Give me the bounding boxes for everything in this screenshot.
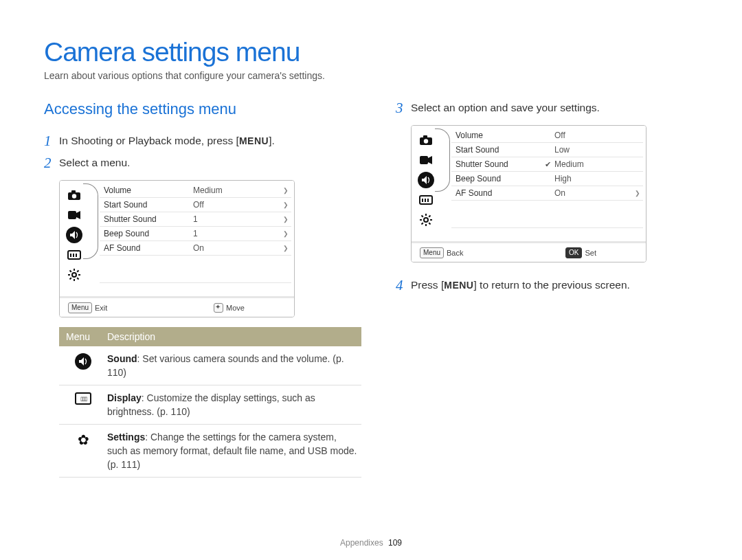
description-table: Menu Description Sound: Set various came… — [59, 327, 361, 478]
chevron-right-icon: ❯ — [282, 216, 291, 223]
menu-row: Beep Sound High — [451, 172, 643, 186]
row-value: On — [193, 243, 282, 253]
step-4-text-a: Press [ — [411, 279, 444, 291]
row-description: Settings: Change the settings for the ca… — [107, 430, 361, 471]
screen-footer: Menu Exit Move — [60, 296, 294, 317]
row-label: Volume — [100, 186, 193, 195]
screen-body: Volume Medium ❯ Start Sound Off ❯ Shutte… — [60, 181, 294, 296]
step-4-text-b: ] to return to the previous screen. — [473, 279, 629, 291]
footer-right-text: Move — [226, 304, 245, 312]
menu-row: Beep Sound 1 ❯ — [100, 227, 291, 241]
screen-body: Volume Off Start Sound Low Shutt — [412, 126, 646, 241]
svg-point-2 — [72, 194, 76, 198]
menu-row: Volume Medium ❯ — [100, 183, 291, 198]
footer-right-text: Set — [585, 249, 596, 257]
page-subtitle: Learn about various options that configu… — [44, 70, 698, 81]
row-rest: : Change the settings for the camera sys… — [107, 432, 357, 470]
sound-icon — [418, 172, 434, 188]
row-label: Beep Sound — [451, 174, 545, 183]
left-column: Accessing the settings menu 1 In Shootin… — [44, 100, 366, 478]
camera-screen-1: Volume Medium ❯ Start Sound Off ❯ Shutte… — [59, 180, 295, 317]
row-value: On — [554, 188, 633, 198]
menu-row: Shutter Sound ✔ Medium — [451, 157, 643, 172]
gear-icon: ✿ — [59, 430, 107, 471]
svg-rect-23 — [425, 199, 426, 202]
svg-point-8 — [72, 273, 76, 277]
footer-right: OK Set — [559, 247, 596, 258]
menu-row: Start Sound Low — [451, 143, 643, 157]
footer-left: Menu Back — [413, 247, 463, 258]
menu-row: AF Sound On ❯ — [100, 241, 291, 256]
chevron-right-icon: ❯ — [282, 201, 291, 208]
header-menu: Menu — [59, 327, 107, 346]
row-bold: Display — [107, 392, 142, 403]
ok-chip: OK — [565, 247, 582, 258]
menu-row: Start Sound Off ❯ — [100, 198, 291, 212]
menu-row-empty — [100, 256, 291, 283]
table-header: Menu Description — [59, 327, 361, 346]
nav-diamond-icon — [214, 303, 223, 313]
footer-right: Move — [207, 303, 245, 313]
step-number: 2 — [44, 155, 59, 170]
display-icon — [65, 246, 83, 264]
curve-connector — [440, 126, 450, 241]
row-value: 1 — [193, 229, 282, 238]
step-3: 3 Select an option and save your setting… — [396, 100, 698, 115]
gear-icon — [65, 266, 83, 284]
svg-rect-3 — [68, 211, 76, 219]
svg-line-32 — [422, 223, 423, 224]
step-4: 4 Press [MENU] to return to the previous… — [396, 278, 698, 293]
row-value: Medium — [554, 159, 633, 169]
step-text: Select an option and save your settings. — [411, 100, 698, 115]
page-number: 109 — [388, 538, 402, 548]
chevron-right-icon: ❯ — [633, 190, 643, 197]
columns: Accessing the settings menu 1 In Shootin… — [44, 100, 698, 478]
svg-rect-1 — [71, 190, 76, 193]
svg-rect-18 — [423, 135, 427, 138]
menu-key-label: MENU — [239, 133, 269, 148]
row-value: Medium — [193, 186, 282, 195]
row-label: AF Sound — [100, 243, 193, 253]
svg-line-13 — [70, 271, 71, 272]
svg-line-14 — [77, 278, 78, 279]
row-value: Low — [554, 145, 633, 155]
step-2: 2 Select a menu. — [44, 155, 366, 170]
row-label: Shutter Sound — [100, 214, 193, 224]
row-description: Sound: Set various camera sounds and the… — [107, 352, 361, 379]
row-label: Start Sound — [451, 145, 545, 155]
footer-left-text: Exit — [95, 304, 107, 312]
svg-point-19 — [424, 139, 428, 143]
screen-rows: Volume Medium ❯ Start Sound Off ❯ Shutte… — [98, 181, 294, 296]
curve-connector — [89, 181, 98, 296]
row-label: Beep Sound — [100, 229, 193, 238]
chevron-right-icon: ❯ — [282, 187, 291, 194]
menu-chip: Menu — [420, 247, 444, 258]
svg-rect-22 — [422, 199, 423, 202]
svg-point-25 — [424, 218, 428, 222]
svg-line-30 — [422, 216, 423, 217]
step-text: Press [MENU] to return to the previous s… — [411, 278, 698, 293]
step-1-text-a: In Shooting or Playback mode, press [ — [59, 135, 239, 146]
camera-icon — [65, 186, 83, 204]
chevron-right-icon: ❯ — [282, 230, 291, 237]
svg-rect-7 — [76, 254, 77, 257]
svg-line-31 — [429, 223, 430, 224]
check-icon: ✔ — [545, 160, 554, 169]
step-number: 4 — [396, 278, 411, 293]
step-text: Select a menu. — [59, 155, 366, 170]
display-icon: ▯▯▯ — [59, 391, 107, 418]
row-value: Off — [554, 131, 633, 140]
menu-chip: Menu — [68, 302, 92, 313]
chevron-right-icon: ❯ — [282, 245, 291, 251]
svg-rect-6 — [73, 254, 74, 257]
svg-rect-24 — [427, 199, 429, 202]
step-number: 1 — [44, 133, 59, 148]
row-bold: Sound — [107, 353, 137, 364]
sound-icon — [59, 352, 107, 379]
row-label: Shutter Sound — [451, 159, 545, 169]
video-icon — [417, 151, 435, 169]
row-value: Off — [193, 200, 282, 210]
page-footer: Appendixes 109 — [0, 538, 742, 548]
footer-left-text: Back — [447, 249, 463, 257]
svg-line-16 — [77, 271, 78, 272]
